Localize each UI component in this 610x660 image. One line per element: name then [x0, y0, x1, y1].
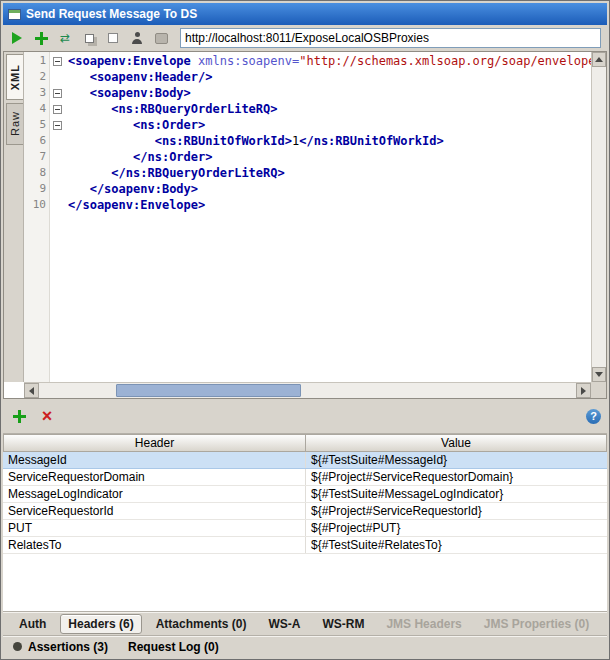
line-number: 8 — [24, 166, 46, 179]
stop-icon — [108, 33, 118, 43]
table-row[interactable]: MessageId${#TestSuite#MessageId} — [3, 452, 607, 469]
request-window: Send Request Message To DS ⇄ XML Raw 1<s… — [0, 0, 610, 660]
cancel-request-button[interactable] — [103, 28, 123, 48]
request-log-toggle[interactable]: Request Log (0) — [128, 640, 219, 654]
header-name-cell[interactable]: ServiceRequestorId — [3, 503, 306, 519]
tab-ws-rm[interactable]: WS-RM — [314, 614, 372, 634]
add-to-mockservice-button[interactable]: ⇄ — [55, 28, 75, 48]
remove-header-button[interactable]: × — [37, 406, 57, 426]
help-button[interactable]: ? — [586, 409, 601, 424]
scroll-right-button[interactable] — [576, 383, 591, 398]
code-text[interactable]: <ns:RBQueryOrderLiteRQ> — [68, 102, 591, 116]
tab-headers-6[interactable]: Headers (6) — [60, 614, 141, 634]
editor-tab-xml[interactable]: XML — [6, 54, 23, 100]
assertions-toggle[interactable]: Assertions (3) — [13, 640, 108, 654]
line-number: 1 — [24, 54, 46, 67]
code-line: 3 <soapenv:Body> — [24, 86, 591, 102]
header-name-cell[interactable]: RelatesTo — [3, 537, 306, 553]
plus-icon — [13, 410, 26, 423]
fold-toggle-icon[interactable] — [53, 121, 62, 130]
tab-jms-headers: JMS Headers — [378, 614, 469, 634]
up-arrow-icon — [595, 57, 603, 62]
clone-request-button[interactable] — [79, 28, 99, 48]
code-text[interactable]: <soapenv:Header/> — [68, 70, 591, 84]
endpoint-url-input[interactable] — [180, 28, 601, 48]
code-text[interactable]: <ns:RBUnitOfWorkId>1</ns:RBUnitOfWorkId> — [68, 134, 591, 148]
table-row[interactable]: ServiceRequestorId${#Project#ServiceRequ… — [3, 503, 607, 520]
code-line: 4 <ns:RBQueryOrderLiteRQ> — [24, 102, 591, 118]
code-line: 9 </soapenv:Body> — [24, 182, 591, 198]
line-number: 2 — [24, 70, 46, 83]
transfer-arrows-icon: ⇄ — [60, 32, 70, 44]
request-log-label: Request Log (0) — [128, 640, 219, 654]
tab-ws-a[interactable]: WS-A — [260, 614, 308, 634]
code-text[interactable]: </soapenv:Body> — [68, 182, 591, 196]
add-header-button[interactable] — [9, 406, 29, 426]
column-header-header[interactable]: Header — [3, 434, 306, 452]
line-number: 10 — [24, 198, 46, 211]
line-number: 9 — [24, 182, 46, 195]
fold-toggle-icon[interactable] — [53, 105, 62, 114]
code-lines: 1<soapenv:Envelope xmlns:soapenv="http:/… — [24, 52, 591, 214]
header-value-cell[interactable]: ${#TestSuite#RelatesTo} — [306, 537, 607, 553]
editor-view-tabs: XML Raw — [4, 52, 24, 382]
header-value-cell[interactable]: ${#Project#PUT} — [306, 520, 607, 536]
bottom-tabs: AuthHeaders (6)Attachments (0)WS-AWS-RMJ… — [3, 611, 607, 635]
xml-editor-area[interactable]: 1<soapenv:Envelope xmlns:soapenv="http:/… — [24, 52, 591, 382]
table-row[interactable]: ServiceRequestorDomain${#Project#Service… — [3, 469, 607, 486]
fold-toggle-icon[interactable] — [53, 89, 62, 98]
code-text[interactable]: <ns:Order> — [68, 118, 591, 132]
header-name-cell[interactable]: PUT — [3, 520, 306, 536]
delete-x-icon: × — [42, 408, 53, 424]
headers-table-body: MessageId${#TestSuite#MessageId}ServiceR… — [3, 452, 607, 611]
toolbar: ⇄ — [3, 25, 607, 51]
headers-table-head: Header Value — [3, 434, 607, 452]
table-row[interactable]: PUT${#Project#PUT} — [3, 520, 607, 537]
scrollbar-corner — [591, 382, 606, 398]
assertions-label: Assertions (3) — [28, 640, 108, 654]
tab-attachments-0[interactable]: Attachments (0) — [148, 614, 255, 634]
table-row[interactable]: RelatesTo${#TestSuite#RelatesTo} — [3, 537, 607, 554]
code-line: 2 <soapenv:Header/> — [24, 70, 591, 86]
vertical-scrollbar[interactable] — [591, 52, 606, 382]
tab-jms-properties-0: JMS Properties (0) — [476, 614, 597, 634]
line-number: 5 — [24, 118, 46, 131]
line-number: 4 — [24, 102, 46, 115]
settings-button[interactable] — [151, 28, 171, 48]
horizontal-scrollbar[interactable] — [24, 382, 591, 398]
titlebar[interactable]: Send Request Message To DS — [3, 3, 607, 25]
header-value-cell[interactable]: ${#TestSuite#MessageId} — [306, 452, 607, 468]
auth-button[interactable] — [127, 28, 147, 48]
right-arrow-icon — [581, 387, 586, 395]
table-row[interactable]: MessageLogIndicator${#TestSuite#MessageL… — [3, 486, 607, 503]
submit-request-button[interactable] — [7, 28, 27, 48]
code-text[interactable]: </ns:Order> — [68, 150, 591, 164]
question-mark-icon: ? — [590, 410, 597, 422]
scroll-left-button[interactable] — [24, 383, 39, 398]
tab-auth[interactable]: Auth — [11, 614, 54, 634]
code-text[interactable]: </soapenv:Envelope> — [68, 198, 591, 212]
header-name-cell[interactable]: ServiceRequestorDomain — [3, 469, 306, 485]
fold-toggle-icon[interactable] — [53, 57, 62, 66]
scroll-up-button[interactable] — [592, 52, 606, 67]
code-text[interactable]: <soapenv:Body> — [68, 86, 591, 100]
header-name-cell[interactable]: MessageId — [3, 452, 306, 468]
scroll-down-button[interactable] — [592, 367, 606, 382]
header-value-cell[interactable]: ${#Project#ServiceRequestorId} — [306, 503, 607, 519]
code-text[interactable]: <soapenv:Envelope xmlns:soapenv="http://… — [68, 54, 591, 68]
code-line: 10</soapenv:Envelope> — [24, 198, 591, 214]
editor-tab-raw-label: Raw — [9, 111, 21, 136]
column-header-value[interactable]: Value — [306, 434, 607, 452]
code-text[interactable]: </ns:RBQueryOrderLiteRQ> — [68, 166, 591, 180]
editor-tab-raw[interactable]: Raw — [6, 103, 23, 145]
horizontal-scroll-thumb[interactable] — [116, 384, 301, 397]
header-value-cell[interactable]: ${#Project#ServiceRequestorDomain} — [306, 469, 607, 485]
gray-block-icon — [155, 33, 168, 44]
down-arrow-icon — [595, 372, 603, 377]
header-name-cell[interactable]: MessageLogIndicator — [3, 486, 306, 502]
headers-toolbar: × ? — [3, 399, 607, 433]
add-to-testcase-button[interactable] — [31, 28, 51, 48]
window-title: Send Request Message To DS — [26, 7, 197, 21]
header-value-cell[interactable]: ${#TestSuite#MessageLogIndicator} — [306, 486, 607, 502]
request-step-icon — [8, 9, 21, 20]
